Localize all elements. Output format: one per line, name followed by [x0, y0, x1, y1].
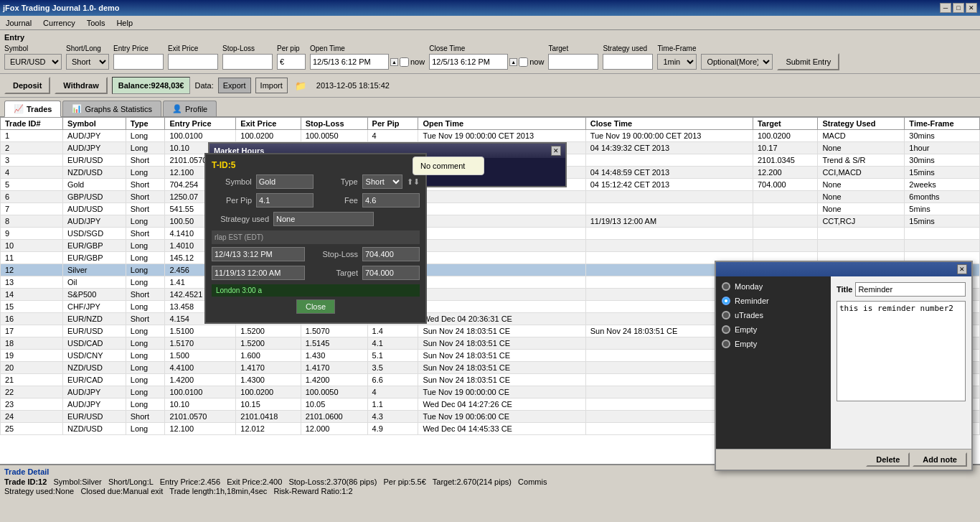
symbol-select[interactable]: EUR/USD — [4, 54, 62, 70]
market-hours-close[interactable]: ✕ — [551, 146, 561, 156]
table-row[interactable]: 7AUD/USDShort541.55None5mins — [1, 203, 980, 215]
closetime-input[interactable] — [429, 54, 508, 70]
table-cell-opentime: Tue Nov 19 00:00:00 CET 2013 — [418, 130, 585, 142]
trade-edit-type-select[interactable]: ShortLong — [362, 174, 402, 189]
table-cell-exit: 1.4170 — [236, 362, 301, 374]
app-title: jFox Trading Journal 1.0- demo — [3, 4, 120, 12]
table-cell-type: Long — [126, 350, 165, 362]
opentime-up[interactable]: ▲ — [390, 58, 398, 66]
exitprice-label: Exit Price — [168, 45, 218, 52]
perpip-field-group: Per pip — [277, 45, 306, 70]
table-cell-type: Long — [126, 240, 165, 252]
reminder-delete-button[interactable]: Delete — [866, 452, 910, 467]
minimize-button[interactable]: ─ — [940, 3, 951, 13]
table-cell-symbol: EUR/GBP — [62, 240, 126, 252]
import-button[interactable]: Import — [255, 78, 288, 93]
table-cell-exit: 1.600 — [236, 350, 301, 362]
trade-edit-stoploss-input[interactable] — [362, 247, 420, 261]
timestamp: 2013-12-05 18:15:42 — [316, 81, 390, 90]
reminder-item-reminder[interactable]: Reminder — [722, 297, 825, 305]
maximize-button[interactable]: □ — [953, 3, 964, 13]
close-window-button[interactable]: ✕ — [966, 3, 977, 13]
trade-edit-perpip-input[interactable] — [256, 193, 314, 208]
trade-edit-opentime-input[interactable] — [212, 266, 305, 280]
trade-edit-fee-input[interactable] — [362, 193, 420, 208]
reminder-textarea[interactable]: this is reminder number2 — [837, 301, 966, 401]
shortlong-select[interactable]: Short Long — [66, 54, 109, 70]
utrades-radio[interactable] — [722, 311, 730, 320]
reminder-addnote-button[interactable]: Add note — [913, 452, 967, 467]
table-cell-closetime: Tue Nov 19 00:00:00 CET 2013 — [585, 130, 753, 142]
table-cell-closetime — [585, 228, 753, 240]
table-cell-opentime: Sun Nov 24 18:03:51 CE — [418, 362, 585, 374]
trade-edit-target-input[interactable] — [362, 266, 420, 280]
table-cell-id: 7 — [1, 203, 63, 215]
table-cell-timeframe: 6months — [905, 191, 980, 203]
deposit-button[interactable]: Deposit — [4, 77, 50, 94]
reminder-title-input[interactable] — [855, 282, 966, 297]
monday-radio[interactable] — [722, 282, 730, 291]
table-row[interactable]: 6GBP/USDShort1250.07None6months — [1, 191, 980, 203]
table-cell-closetime — [585, 191, 753, 203]
closetime-up[interactable]: ▲ — [509, 58, 517, 66]
tab-trades-label: Trades — [27, 105, 52, 113]
table-cell-id: 18 — [1, 337, 63, 350]
table-cell-id: 22 — [1, 386, 63, 399]
strategyused-input[interactable] — [603, 54, 653, 70]
export-button[interactable]: Export — [218, 78, 251, 93]
table-row[interactable]: 10EUR/GBPLong1.4010 — [1, 240, 980, 252]
table-row[interactable]: 1AUD/JPYLong100.0100100.0200100.00504Tue… — [1, 130, 980, 142]
table-cell-type: Long — [126, 399, 165, 411]
trade-edit-time-input[interactable] — [212, 247, 305, 261]
table-cell-stoploss: 1.5145 — [301, 337, 367, 350]
trade-edit-close-button[interactable]: Close — [296, 299, 335, 314]
trade-edit-strategy-input[interactable] — [273, 212, 374, 226]
table-cell-closetime: 11/19/13 12:00 AM — [585, 215, 753, 228]
table-cell-entry: 1.500 — [165, 350, 236, 362]
timeframe-select[interactable]: 1min — [657, 54, 697, 70]
menu-help[interactable]: Help — [113, 18, 136, 28]
opentime-label: Open Time — [310, 45, 425, 52]
table-cell-type: Long — [126, 167, 165, 179]
trade-edit-strategy-row: Strategy used — [212, 212, 420, 226]
withdraw-button[interactable]: Withdraw — [55, 77, 107, 94]
table-cell-entry: 1.5170 — [165, 337, 236, 350]
entryprice-input[interactable] — [113, 54, 164, 70]
table-cell-opentime: Sun Nov 24 18:03:51 CE — [418, 337, 585, 350]
tab-trades[interactable]: 📈 Trades — [4, 101, 61, 117]
tab-profile[interactable]: 👤 Profile — [163, 101, 217, 116]
reminder-item-utrades[interactable]: uTrades — [722, 311, 825, 320]
reminder-item-monday[interactable]: Monday — [722, 282, 825, 291]
reminder-item-empty2[interactable]: Empty — [722, 340, 825, 348]
menu-currency[interactable]: Currency — [40, 18, 78, 28]
menu-tools[interactable]: Tools — [84, 18, 108, 28]
reminder-close-button[interactable]: ✕ — [957, 264, 967, 274]
target-input[interactable] — [548, 54, 598, 70]
empty1-radio[interactable] — [722, 325, 730, 334]
table-row[interactable]: 9USD/SGDShort4.1410 — [1, 228, 980, 240]
closetime-now-checkbox[interactable] — [519, 57, 528, 67]
opentime-now-checkbox[interactable] — [400, 57, 409, 67]
opentime-input[interactable] — [310, 54, 389, 70]
empty2-radio[interactable] — [722, 340, 730, 348]
table-cell-type: Long — [126, 142, 165, 154]
data-label: Data: — [194, 81, 213, 90]
table-cell-stoploss: 1.430 — [301, 350, 367, 362]
exitprice-input[interactable] — [168, 54, 218, 70]
table-cell-perpip: 6.6 — [367, 374, 418, 386]
table-cell-type: Short — [126, 411, 165, 423]
trade-edit-symbol-input[interactable] — [256, 174, 314, 189]
perpip-input[interactable] — [277, 54, 306, 70]
table-row[interactable]: 8AUD/JPYLong100.5011/19/13 12:00 AMCCT,R… — [1, 215, 980, 228]
tab-graphs[interactable]: 📊 Graphs & Statistics — [62, 101, 161, 116]
optionalmore-select[interactable]: Optional(More) — [701, 54, 773, 70]
menu-journal[interactable]: Journal — [3, 18, 34, 28]
table-cell-timeframe: 5mins — [905, 203, 980, 215]
table-cell-target — [753, 215, 817, 228]
table-cell-perpip: 1.1 — [367, 399, 418, 411]
stoploss-input[interactable] — [222, 54, 273, 70]
reminder-radio[interactable] — [722, 297, 730, 305]
submit-entry-button[interactable]: Submit Entry — [777, 53, 839, 70]
reminder-item-empty1[interactable]: Empty — [722, 325, 825, 334]
table-cell-symbol: EUR/NZD — [62, 313, 126, 325]
